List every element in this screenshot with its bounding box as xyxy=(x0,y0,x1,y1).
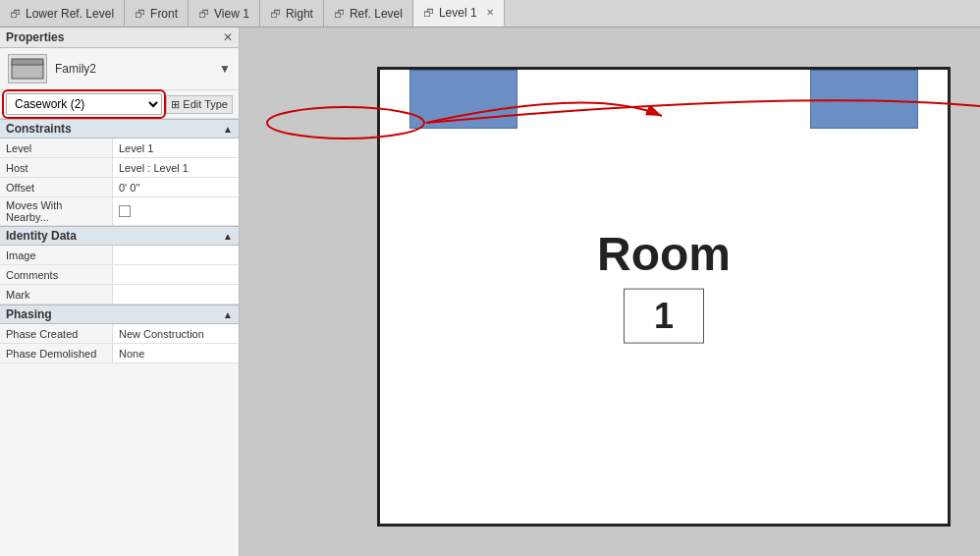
tab-front[interactable]: 🗗 Front xyxy=(125,0,189,27)
section-phasing: Phasing ▲ xyxy=(0,305,239,324)
tab-label-front: Front xyxy=(150,7,178,21)
edit-type-button[interactable]: ⊞ Edit Type xyxy=(166,95,233,114)
prop-phase-created: Phase Created New Construction xyxy=(0,324,239,344)
family-name-label: Family2 xyxy=(55,62,211,76)
section-identity-label: Identity Data xyxy=(6,229,77,243)
tab-label-lower-ref: Lower Ref. Level xyxy=(26,7,114,21)
type-selector-row: Casework (2) ⊞ Edit Type xyxy=(0,90,239,119)
prop-value-image[interactable] xyxy=(113,246,239,264)
prop-mark: Mark xyxy=(0,285,239,305)
prop-label-phase-demolished: Phase Demolished xyxy=(0,344,113,362)
room-number: 1 xyxy=(654,296,674,336)
type-dropdown[interactable]: Casework (2) xyxy=(6,93,162,115)
prop-level: Level Level 1 xyxy=(0,139,239,158)
section-constraints-collapse[interactable]: ▲ xyxy=(223,124,233,135)
section-phasing-collapse[interactable]: ▲ xyxy=(223,309,233,320)
prop-label-level: Level xyxy=(0,139,113,157)
panel-header: Properties ✕ xyxy=(0,28,239,48)
family-thumb-icon xyxy=(10,57,45,81)
section-phasing-label: Phasing xyxy=(6,307,52,321)
room-number-box: 1 xyxy=(624,289,704,344)
tab-ref-level[interactable]: 🗗 Ref. Level xyxy=(324,0,413,27)
edit-type-label: Edit Type xyxy=(183,98,228,110)
prop-value-phase-created[interactable]: New Construction xyxy=(113,324,239,343)
tab-close-level1[interactable]: ✕ xyxy=(486,7,494,18)
tab-icon-front: 🗗 xyxy=(135,8,145,20)
prop-value-moves[interactable] xyxy=(113,197,239,225)
properties-panel: Properties ✕ Family2 ▼ Casework (2) ⊞ Ed… xyxy=(0,28,240,556)
section-constraints-label: Constraints xyxy=(6,122,72,136)
floor-plan: Room 1 xyxy=(377,67,951,527)
section-identity: Identity Data ▲ xyxy=(0,226,239,246)
moves-checkbox[interactable] xyxy=(119,205,131,217)
prop-label-offset: Offset xyxy=(0,178,113,196)
tab-level1[interactable]: 🗗 Level 1 ✕ xyxy=(413,0,505,27)
prop-label-mark: Mark xyxy=(0,285,113,304)
section-identity-collapse[interactable]: ▲ xyxy=(223,231,233,242)
panel-close-button[interactable]: ✕ xyxy=(223,30,233,44)
prop-phase-demolished: Phase Demolished None xyxy=(0,344,239,363)
prop-moves-with-nearby: Moves With Nearby... xyxy=(0,197,239,226)
svg-rect-1 xyxy=(12,59,43,65)
tab-lower-ref-level[interactable]: 🗗 Lower Ref. Level xyxy=(0,0,125,27)
room-label: Room 1 xyxy=(597,227,731,344)
prop-comments: Comments xyxy=(0,265,239,285)
family-thumbnail xyxy=(8,54,47,83)
prop-label-image: Image xyxy=(0,246,113,264)
prop-value-host: Level : Level 1 xyxy=(113,158,239,177)
prop-value-level[interactable]: Level 1 xyxy=(113,139,239,157)
room-name: Room xyxy=(597,227,731,281)
section-constraints: Constraints ▲ xyxy=(0,119,239,139)
edit-type-icon: ⊞ xyxy=(171,98,180,111)
prop-host: Host Level : Level 1 xyxy=(0,158,239,178)
tab-icon-level1: 🗗 xyxy=(423,7,434,19)
prop-value-mark[interactable] xyxy=(113,285,239,304)
casework-left xyxy=(409,70,517,129)
tab-bar: 🗗 Lower Ref. Level 🗗 Front 🗗 View 1 🗗 Ri… xyxy=(0,0,980,28)
casework-right xyxy=(810,70,918,129)
tab-icon-view1: 🗗 xyxy=(198,8,209,20)
prop-value-comments[interactable] xyxy=(113,265,239,284)
prop-value-offset[interactable]: 0' 0" xyxy=(113,178,239,196)
prop-label-moves: Moves With Nearby... xyxy=(0,197,113,225)
main-area: Properties ✕ Family2 ▼ Casework (2) ⊞ Ed… xyxy=(0,28,980,556)
tab-icon-right: 🗗 xyxy=(270,8,281,20)
prop-label-comments: Comments xyxy=(0,265,113,284)
prop-value-phase-demolished[interactable]: None xyxy=(113,344,239,362)
tab-label-right: Right xyxy=(286,7,313,21)
tab-icon-ref-level: 🗗 xyxy=(334,8,345,20)
prop-label-phase-created: Phase Created xyxy=(0,324,113,343)
prop-offset: Offset 0' 0" xyxy=(0,178,239,197)
tab-label-view1: View 1 xyxy=(214,7,249,21)
viewport[interactable]: Room 1 xyxy=(240,28,980,556)
family-area: Family2 ▼ xyxy=(0,48,239,90)
tab-label-ref-level: Ref. Level xyxy=(350,7,403,21)
tab-label-level1: Level 1 xyxy=(439,6,477,20)
tab-view1[interactable]: 🗗 View 1 xyxy=(189,0,260,27)
panel-title: Properties xyxy=(6,30,64,44)
tab-right[interactable]: 🗗 Right xyxy=(260,0,324,27)
tab-icon-lower-ref: 🗗 xyxy=(10,8,21,20)
prop-image: Image xyxy=(0,246,239,265)
prop-label-host: Host xyxy=(0,158,113,177)
family-dropdown-arrow[interactable]: ▼ xyxy=(219,62,231,76)
